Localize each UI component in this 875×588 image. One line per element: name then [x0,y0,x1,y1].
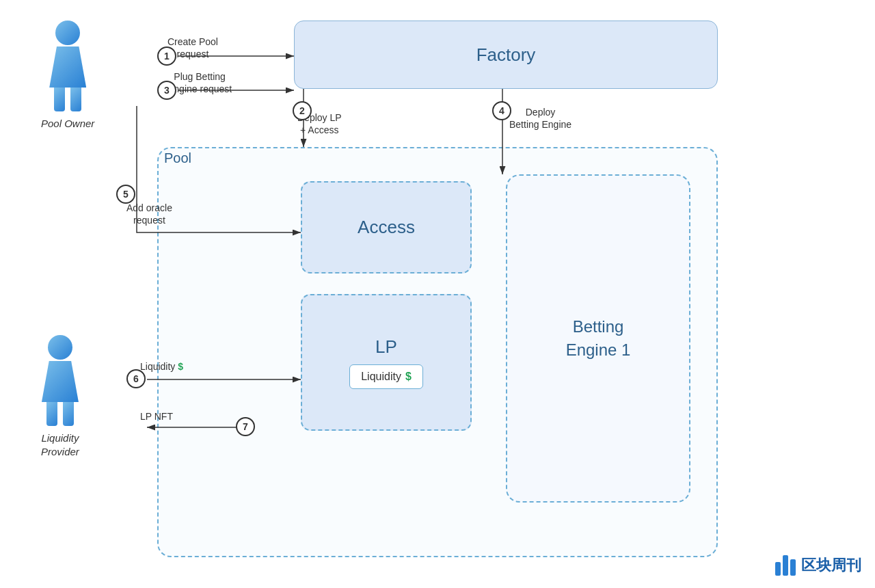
pool-owner-body [49,46,86,88]
step-2-circle: 2 [293,101,312,120]
diagram-container: Factory Pool Access LP Liquidity $ Betti… [0,0,875,588]
pool-owner-figure: Pool Owner [41,21,94,131]
watermark: 区块周刊 [775,555,861,576]
factory-box: Factory [294,21,718,89]
step-7-label: LP NFT [140,410,173,423]
step-4-label: DeployBetting Engine [509,106,571,131]
wbar-1 [775,562,781,576]
liquidity-provider-legs [46,402,74,426]
watermark-text: 区块周刊 [801,555,861,576]
step-4-circle: 4 [492,101,511,120]
liquidity-sub-label: Liquidity [361,371,401,383]
pool-label: Pool [164,150,191,166]
pool-owner-head [55,21,80,45]
wbar-2 [783,555,788,576]
wbar-3 [790,559,796,576]
pool-owner-leg-right [70,88,81,111]
lp-label: LP [375,336,397,358]
liquidity-provider-leg-right [63,402,74,426]
liquidity-provider-label: LiquidityProvider [41,431,79,458]
liquidity-provider-head [48,335,72,360]
pool-owner-legs [54,88,81,111]
liquidity-provider-figure: LiquidityProvider [41,335,79,458]
step-5-label: Add oraclerequest [126,202,172,226]
factory-label: Factory [476,44,536,66]
step-7-circle: 7 [236,417,255,436]
access-box: Access [301,181,472,273]
betting-box: BettingEngine 1 [506,174,690,503]
pool-owner-label: Pool Owner [41,117,94,131]
liquidity-provider-leg-left [46,402,57,426]
step-6-label: Liquidity $ [140,360,183,373]
liquidity-dollar: $ [405,371,412,383]
access-label: Access [358,217,415,238]
pool-owner-leg-left [54,88,65,111]
step-5-circle: 5 [116,185,135,204]
step-3-label: Plug BettingEngine request [167,70,232,95]
betting-label: BettingEngine 1 [566,315,631,361]
liquidity-provider-body [42,361,79,402]
step-6-circle: 6 [126,369,146,388]
liquidity-sub-box: Liquidity $ [349,364,423,389]
lp-box: LP Liquidity $ [301,294,472,431]
watermark-bars [775,555,796,576]
step-1-circle: 1 [157,46,176,66]
step-3-circle: 3 [157,81,176,100]
